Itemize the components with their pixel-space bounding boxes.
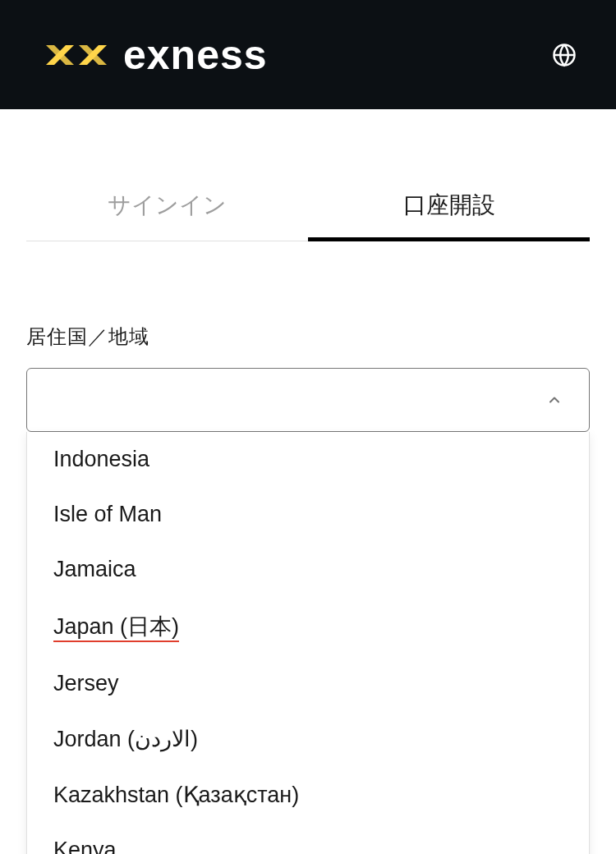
country-option-label: Jersey xyxy=(53,671,119,696)
brand-name: exness xyxy=(123,31,268,79)
country-option-label: Jordan (الاردن) xyxy=(53,727,198,751)
exness-logo-mark xyxy=(39,39,113,71)
header: exness xyxy=(0,0,616,109)
country-option-label: Jamaica xyxy=(53,557,136,581)
country-option-label: Japan (日本) xyxy=(53,614,179,642)
country-field-label: 居住国／地域 xyxy=(26,324,590,350)
tab-signin-label: サインイン xyxy=(108,192,227,218)
tab-signin[interactable]: サインイン xyxy=(26,173,308,241)
country-option[interactable]: Jersey xyxy=(27,656,589,711)
country-option[interactable]: Kenya xyxy=(27,823,589,854)
country-option[interactable]: Jamaica xyxy=(27,542,589,597)
tab-register[interactable]: 口座開設 xyxy=(308,173,590,241)
country-option-label: Isle of Man xyxy=(53,502,162,526)
country-option[interactable]: Japan (日本) xyxy=(27,597,589,656)
tab-register-label: 口座開設 xyxy=(403,192,495,218)
country-option[interactable]: Jordan (الاردن) xyxy=(27,711,589,767)
country-select[interactable] xyxy=(26,368,590,432)
auth-tabs: サインイン 口座開設 xyxy=(26,173,590,241)
country-option[interactable]: Kazakhstan (Қазақстан) xyxy=(27,767,589,823)
chevron-up-icon xyxy=(546,392,563,408)
country-dropdown: IndonesiaIsle of ManJamaicaJapan (日本)Jer… xyxy=(26,432,590,854)
globe-icon[interactable] xyxy=(552,43,577,67)
brand-logo[interactable]: exness xyxy=(39,31,268,79)
country-option-label: Kenya xyxy=(53,838,117,854)
country-option-label: Kazakhstan (Қазақстан) xyxy=(53,783,299,807)
country-option[interactable]: Indonesia xyxy=(27,432,589,487)
register-form: 居住国／地域 IndonesiaIsle of ManJamaicaJapan … xyxy=(0,241,616,854)
country-option[interactable]: Isle of Man xyxy=(27,487,589,542)
country-option-label: Indonesia xyxy=(53,447,149,471)
